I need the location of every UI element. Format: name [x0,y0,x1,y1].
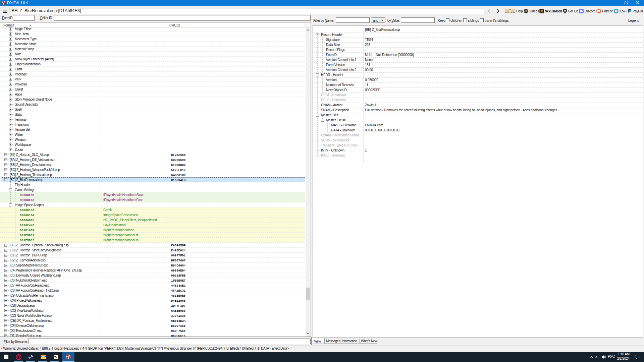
svg-text:GP: GP [524,10,528,12]
svg-text:7z: 7z [54,356,58,359]
